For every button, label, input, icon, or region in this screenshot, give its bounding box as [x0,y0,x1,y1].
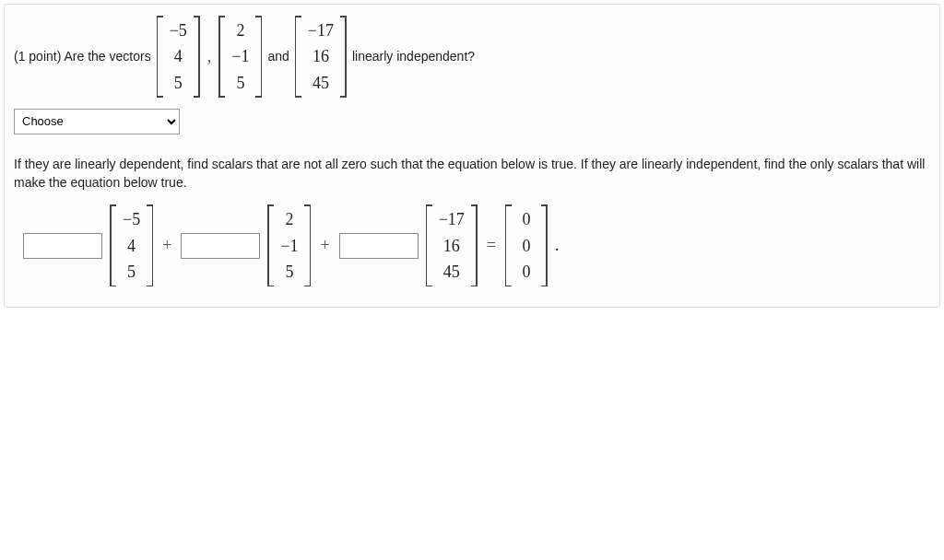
v2-r3: 5 [232,70,249,96]
eq-vector-1: −5 4 5 [110,204,153,286]
instructions-text: If they are linearly dependent, find sca… [14,155,930,192]
equation-row: −5 4 5 + 2 −1 5 + −17 16 45 [23,204,930,286]
eq-v3-r2: 16 [443,233,460,259]
vector-2: 2 −1 5 [218,16,262,98]
plus-1: + [160,236,173,255]
and-text: and [267,49,289,64]
equation-period: . [555,236,560,255]
problem-container: (1 point) Are the vectors −5 4 5 , 2 −1 … [4,4,940,308]
scalar-3-input[interactable] [339,233,419,259]
v1-r3: 5 [170,70,186,96]
zero-r2: 0 [518,233,535,259]
v3-r3: 45 [313,70,329,96]
answer-select[interactable]: Choose [14,109,180,134]
eq-v2-r1: 2 [281,206,298,232]
v1-r1: −5 [170,18,187,43]
eq-v1-r2: 4 [124,233,140,259]
question-row: (1 point) Are the vectors −5 4 5 , 2 −1 … [14,16,930,98]
eq-v2-r3: 5 [281,259,298,285]
eq-vector-2: 2 −1 5 [267,204,311,286]
eq-v1-r3: 5 [124,259,140,285]
eq-v3-r1: −17 [439,206,465,232]
zero-r3: 0 [518,259,535,285]
eq-vector-3: −17 16 45 [426,204,478,286]
vector-3: −17 16 45 [295,16,347,98]
zero-r1: 0 [518,206,535,232]
v2-r1: 2 [232,18,249,43]
v3-r2: 16 [313,43,329,69]
eq-v2-r2: −1 [280,233,298,259]
v1-r2: 4 [170,43,186,69]
scalar-2-input[interactable] [181,233,260,259]
eq-v3-r3: 45 [443,259,460,285]
v3-r1: −17 [308,18,334,43]
question-prefix: (1 point) Are the vectors [14,49,151,64]
question-suffix: linearly independent? [352,49,475,64]
zero-vector: 0 0 0 [505,204,548,286]
comma-1: , [206,47,214,66]
v2-r2: −1 [231,43,249,69]
plus-2: + [318,236,331,255]
equals-sign: = [485,236,498,255]
vector-1: −5 4 5 [157,16,200,98]
select-row: Choose [14,101,930,138]
eq-v1-r1: −5 [123,206,140,232]
scalar-1-input[interactable] [23,233,102,259]
